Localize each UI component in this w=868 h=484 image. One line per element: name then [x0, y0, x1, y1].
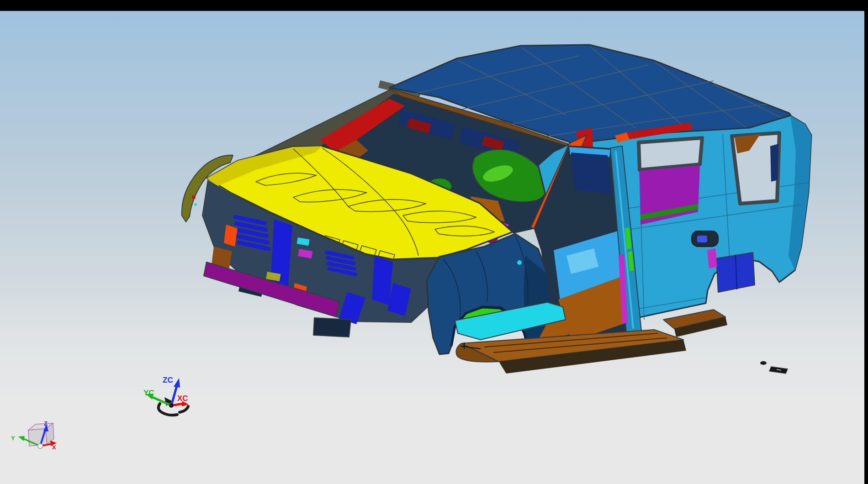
quarter-window-bracket	[770, 144, 778, 182]
graphics-viewport[interactable]: ZC YC XC Z Y X	[0, 11, 864, 484]
horn-teal-clip	[194, 203, 197, 206]
model-canvas[interactable]: ZC YC XC Z Y X	[0, 11, 864, 484]
wcs-z-label: ZC	[163, 376, 173, 384]
abs-z-label: Z	[44, 420, 48, 427]
abs-y-label: Y	[11, 435, 15, 442]
rad-support-right	[372, 256, 393, 305]
wcs-z-arrowhead[interactable]	[174, 378, 180, 388]
fender-teal-grommet	[517, 260, 522, 265]
top-edge-bar	[0, 0, 868, 11]
application-window: ZC YC XC Z Y X	[0, 0, 868, 484]
wcs-y-label: YC	[143, 389, 154, 397]
absolute-csys-indicator: Z Y X	[11, 420, 57, 451]
wcs-x-label: XC	[177, 394, 188, 403]
dash-structure	[571, 153, 611, 194]
wcs-z-axis[interactable]	[171, 384, 177, 405]
air-dam-block-center	[313, 318, 351, 337]
rear-door-window-opening	[639, 138, 702, 170]
right-edge-bar	[864, 0, 868, 484]
debris-clip[interactable]	[760, 361, 767, 365]
abs-origin-sphere	[38, 444, 43, 449]
horn-red-clip	[192, 195, 196, 199]
car-body-model[interactable]	[182, 45, 811, 374]
loose-parts[interactable]	[760, 361, 788, 374]
abs-x-label: X	[52, 444, 56, 451]
abs-y-arrowhead	[18, 436, 25, 441]
wcs-triad[interactable]: ZC YC XC	[143, 376, 189, 415]
door-handle[interactable]	[697, 236, 707, 242]
wcs-origin-ball[interactable]	[169, 403, 174, 408]
